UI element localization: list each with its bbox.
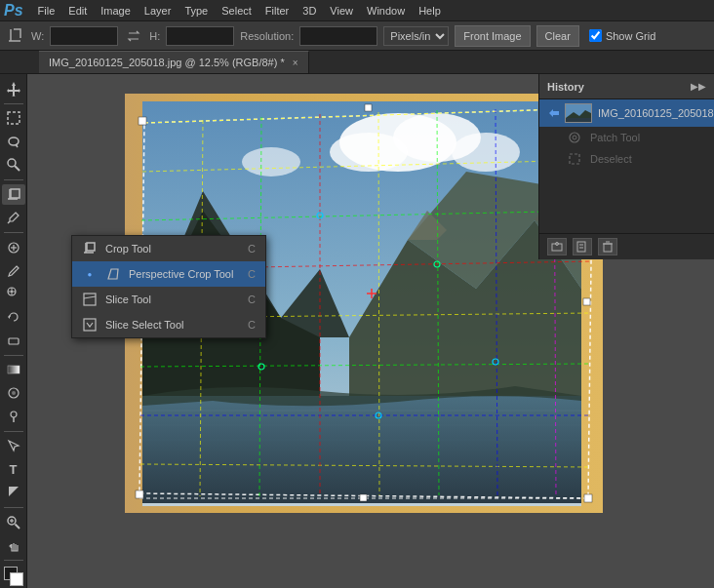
- ctx-slice-select-icon: [82, 317, 98, 333]
- menu-image[interactable]: Image: [94, 3, 138, 19]
- resolution-input[interactable]: [299, 26, 377, 46]
- menu-window[interactable]: Window: [360, 3, 412, 19]
- menu-select[interactable]: Select: [215, 3, 258, 19]
- tab-label: IMG_20160125_205018.jpg @ 12.5% (RGB/8#)…: [49, 57, 285, 68]
- ctx-perspective-crop-tool[interactable]: ● Perspective Crop Tool C: [72, 261, 265, 287]
- menu-edit[interactable]: Edit: [61, 3, 94, 19]
- history-label-2: Deselect: [590, 153, 632, 165]
- svg-marker-2: [7, 82, 20, 97]
- history-label-0: IMG_20160125_205018...: [598, 107, 714, 119]
- tool-quick-select[interactable]: [2, 154, 25, 176]
- left-toolbar: T: [0, 74, 27, 588]
- svg-point-43: [452, 133, 520, 172]
- tool-hand[interactable]: [2, 534, 25, 556]
- svg-rect-75: [584, 494, 592, 502]
- history-create-document-button[interactable]: [573, 238, 592, 255]
- tool-clone[interactable]: [2, 283, 25, 304]
- ctx-slice-select-label: Slice Select Tool: [105, 319, 240, 331]
- svg-rect-37: [84, 319, 96, 331]
- show-grid-checkbox[interactable]: [589, 29, 602, 42]
- svg-point-24: [11, 412, 17, 417]
- menu-filter[interactable]: Filter: [258, 3, 296, 19]
- tool-lasso[interactable]: [2, 131, 25, 152]
- tool-history-brush[interactable]: [2, 306, 25, 328]
- svg-rect-77: [583, 298, 590, 305]
- history-new-snapshot-button[interactable]: [547, 238, 567, 255]
- ctx-slice-select-shortcut: C: [248, 319, 256, 331]
- w-input[interactable]: [50, 26, 118, 46]
- tool-dodge[interactable]: [2, 406, 25, 427]
- h-input[interactable]: [166, 26, 234, 46]
- menu-type[interactable]: Type: [178, 3, 215, 19]
- options-bar: W: H: Resolution: Pixels/in Front Image …: [0, 21, 714, 51]
- tool-eyedropper[interactable]: [2, 207, 25, 228]
- canvas-area: Crop Tool C ● Perspective Crop Tool C Sl…: [27, 74, 714, 588]
- svg-line-28: [15, 524, 20, 529]
- tool-eraser[interactable]: [2, 330, 25, 351]
- ctx-slice-select-tool[interactable]: Slice Select Tool C: [72, 312, 265, 337]
- svg-marker-19: [8, 315, 10, 319]
- tool-gradient[interactable]: [2, 360, 25, 381]
- svg-rect-96: [577, 242, 585, 252]
- history-thumb-0: [565, 103, 592, 123]
- history-item-0[interactable]: IMG_20160125_205018...: [539, 99, 714, 127]
- svg-rect-21: [8, 366, 20, 373]
- svg-point-23: [12, 391, 16, 395]
- history-panel-header: History ▶▶: [539, 74, 714, 99]
- tool-type[interactable]: T: [2, 458, 25, 480]
- app-logo: Ps: [4, 2, 23, 20]
- clear-button[interactable]: Clear: [536, 25, 579, 47]
- tool-marquee[interactable]: [2, 108, 25, 130]
- svg-rect-3: [8, 112, 20, 124]
- ctx-slice-tool[interactable]: Slice Tool C: [72, 287, 265, 312]
- show-grid-label[interactable]: Show Grid: [606, 30, 655, 42]
- show-grid-container: Show Grid: [589, 29, 655, 42]
- history-expand-icon[interactable]: ▶▶: [691, 81, 706, 92]
- pixels-select[interactable]: Pixels/in: [383, 26, 449, 46]
- ctx-crop-icon: [82, 241, 98, 256]
- swap-icon[interactable]: [124, 26, 143, 46]
- menu-help[interactable]: Help: [412, 3, 448, 19]
- menu-view[interactable]: View: [323, 3, 360, 19]
- ctx-crop-tool[interactable]: Crop Tool C: [72, 236, 265, 261]
- foreground-color[interactable]: [4, 567, 23, 584]
- svg-line-36: [84, 296, 96, 298]
- svg-marker-87: [549, 109, 559, 117]
- menu-layer[interactable]: Layer: [138, 3, 178, 19]
- svg-rect-76: [365, 104, 372, 111]
- history-item-2[interactable]: Deselect: [539, 148, 714, 170]
- ctx-crop-label: Crop Tool: [105, 243, 240, 255]
- svg-rect-51: [142, 396, 581, 503]
- ctx-slice-icon: [82, 292, 98, 307]
- tab-close-button[interactable]: ×: [293, 58, 298, 68]
- ctx-slice-shortcut: C: [248, 294, 256, 305]
- h-label: H:: [149, 30, 160, 42]
- ctx-active-indicator: ●: [82, 266, 98, 282]
- document-tab[interactable]: IMG_20160125_205018.jpg @ 12.5% (RGB/8#)…: [39, 51, 309, 73]
- history-delete-button[interactable]: [598, 238, 617, 255]
- svg-rect-33: [87, 243, 95, 251]
- history-item-1[interactable]: Patch Tool: [539, 127, 714, 148]
- tool-blur[interactable]: [2, 382, 25, 404]
- history-panel: History ▶▶ IMG_20160125_205018...: [538, 74, 714, 259]
- tool-crop[interactable]: [2, 184, 25, 206]
- tool-path-select[interactable]: [2, 482, 25, 503]
- svg-rect-20: [9, 338, 19, 344]
- history-panel-footer: [539, 233, 714, 259]
- svg-line-7: [15, 166, 20, 171]
- menu-file[interactable]: File: [31, 3, 62, 19]
- svg-rect-90: [566, 118, 592, 123]
- menu-3d[interactable]: 3D: [296, 3, 323, 19]
- menu-bar: Ps File Edit Image Layer Type Select Fil…: [0, 0, 714, 21]
- history-label-1: Patch Tool: [590, 132, 640, 143]
- tool-pen[interactable]: [2, 436, 25, 457]
- tool-zoom[interactable]: [2, 512, 25, 533]
- front-image-button[interactable]: Front Image: [455, 25, 530, 47]
- tool-brush[interactable]: [2, 260, 25, 282]
- svg-point-91: [570, 133, 579, 142]
- main-area: T Crop Tool C: [0, 74, 714, 588]
- tool-move[interactable]: [2, 78, 25, 99]
- svg-line-11: [8, 221, 10, 223]
- ctx-slice-label: Slice Tool: [105, 294, 240, 305]
- tool-healing[interactable]: [2, 237, 25, 258]
